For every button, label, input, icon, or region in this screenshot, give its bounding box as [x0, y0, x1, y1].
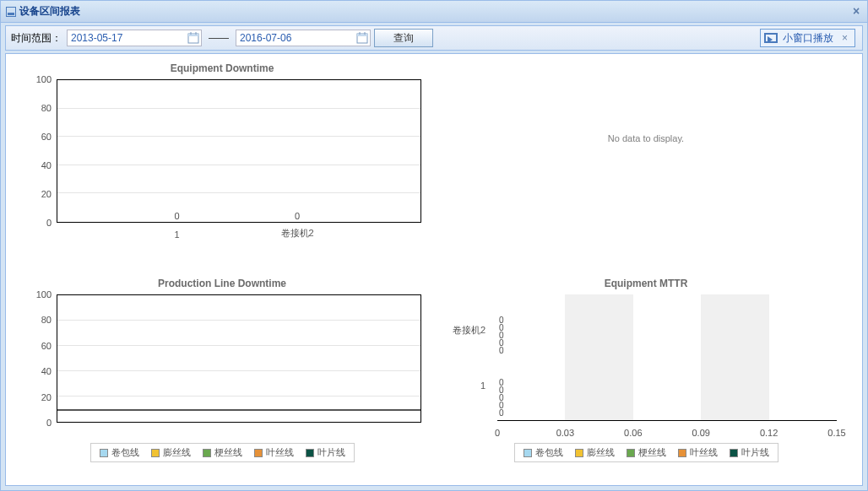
xtick: 0.15 [827, 428, 845, 438]
legend-item[interactable]: 卷包线 [524, 446, 563, 459]
swatch [254, 449, 263, 457]
xtick: 0.03 [556, 428, 574, 438]
legend-item[interactable]: 梗丝线 [627, 446, 666, 459]
chart-production-line-downtime: Production Line Downtime 0 20 40 60 80 1… [14, 272, 430, 484]
ytick: 40 [23, 160, 57, 170]
plot-area: 0 20 40 60 80 100 0 0 1 卷接机2 [57, 79, 421, 240]
pip-panel: 小窗口播放 × [760, 29, 855, 47]
swatch [678, 449, 686, 457]
ycat: 1 [480, 380, 486, 391]
chart-equipment-mttr: Equipment MTTR 卷接机2 1 00000 00000 0 0.03… [438, 272, 854, 484]
value-stack: 00000 [499, 379, 504, 417]
content-area: Equipment Downtime 0 20 40 60 80 100 0 [5, 53, 863, 486]
ycat: 卷接机2 [453, 324, 486, 337]
swatch [730, 449, 738, 457]
xtick: 0.12 [760, 428, 778, 438]
window: 设备区间报表 × 时间范围： —— 查询 小窗口播放 × Equi [0, 0, 868, 491]
swatch [306, 449, 314, 457]
query-button[interactable]: 查询 [374, 29, 433, 47]
xtick: 1 [174, 229, 179, 240]
plot-area: 0 20 40 60 80 100 [57, 294, 421, 438]
video-icon [764, 33, 778, 43]
titlebar: 设备区间报表 × [1, 1, 867, 23]
legend-item[interactable]: 梗丝线 [203, 446, 242, 459]
swatch [524, 449, 532, 457]
pip-label[interactable]: 小窗口播放 [783, 31, 833, 46]
chart-title: Equipment Downtime [14, 57, 430, 79]
ytick: 20 [23, 392, 57, 402]
date-to-input[interactable] [236, 30, 371, 46]
ytick: 60 [23, 132, 57, 142]
window-icon [6, 7, 16, 17]
pip-close-button[interactable]: × [838, 32, 851, 44]
close-button[interactable]: × [849, 4, 864, 19]
xtick: 卷接机2 [281, 227, 314, 240]
ytick: 80 [23, 315, 57, 325]
ytick: 0 [23, 418, 57, 428]
swatch [627, 449, 635, 457]
legend-item[interactable]: 叶片线 [730, 446, 769, 459]
xtick: 0 [495, 428, 500, 438]
toolbar: 时间范围： —— 查询 小窗口播放 × [5, 25, 863, 51]
chart-nodata: No data to display. [438, 57, 854, 269]
chart-title: Equipment MTTR [438, 272, 854, 294]
legend-item[interactable]: 叶丝线 [254, 446, 294, 459]
chart-title: Production Line Downtime [14, 272, 430, 294]
swatch [203, 449, 211, 457]
legend: 卷包线 膨丝线 梗丝线 叶丝线 叶片线 [514, 443, 778, 462]
chart-row-1: Equipment Downtime 0 20 40 60 80 100 0 [6, 54, 862, 269]
xtick: 0.09 [692, 428, 709, 438]
ytick: 40 [23, 366, 57, 376]
legend-item[interactable]: 叶丝线 [678, 446, 718, 459]
ytick: 100 [23, 74, 57, 84]
chart-row-2: Production Line Downtime 0 20 40 60 80 1… [6, 269, 862, 484]
ytick: 60 [23, 341, 57, 351]
window-title: 设备区间报表 [19, 4, 80, 19]
chart-equipment-downtime: Equipment Downtime 0 20 40 60 80 100 0 [14, 57, 430, 269]
legend-item[interactable]: 膨丝线 [151, 446, 191, 459]
xtick: 0.06 [624, 428, 642, 438]
no-data-text: No data to display. [438, 57, 854, 143]
ytick: 0 [23, 218, 57, 228]
swatch [100, 449, 108, 457]
legend-item[interactable]: 膨丝线 [575, 446, 615, 459]
plot-border [57, 79, 421, 223]
data-label: 0 [295, 211, 300, 221]
legend: 卷包线 膨丝线 梗丝线 叶丝线 叶片线 [90, 443, 355, 462]
range-label: 时间范围： [11, 31, 62, 46]
swatch [575, 449, 583, 457]
ytick: 20 [23, 189, 57, 199]
ytick: 100 [23, 289, 57, 299]
data-label: 0 [174, 211, 179, 221]
plot-border [57, 294, 421, 423]
date-from-input[interactable] [67, 30, 202, 46]
swatch [151, 449, 160, 457]
legend-item[interactable]: 卷包线 [100, 446, 139, 459]
ytick: 80 [23, 103, 57, 113]
range-dash: —— [209, 32, 229, 44]
legend-item[interactable]: 叶片线 [306, 446, 345, 459]
value-stack: 00000 [499, 316, 504, 353]
plot-area: 卷接机2 1 00000 00000 0 0.03 0.06 0.09 0.12… [497, 294, 837, 438]
